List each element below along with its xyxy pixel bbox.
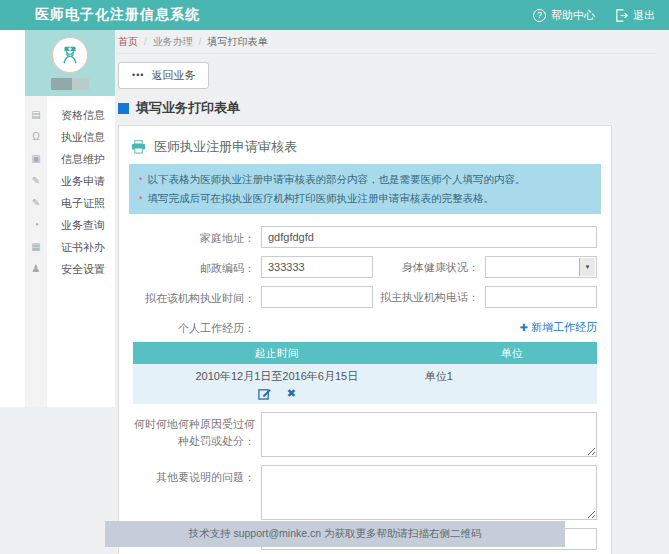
form-row-punishment: 何时何地何种原因受过何种处罚或处分： (133, 412, 597, 457)
asterisk-icon: * (139, 194, 143, 204)
user-name-redacted (51, 78, 89, 90)
pie-chart-icon: ◔ (25, 220, 47, 230)
header-actions: ? 帮助中心 退出 (533, 8, 655, 23)
title-square-icon (118, 103, 129, 114)
home-address-label: 家庭地址： (133, 226, 261, 247)
health-status-label: 身体健康状况： (375, 256, 485, 278)
help-icon: ? (533, 9, 546, 22)
info-notice: *以下表格为医师执业注册申请审核表的部分内容，也是需要医师个人填写的内容。 *填… (129, 164, 601, 214)
table-row: 2010年12月1日至2016年6月15日 ✖ (133, 364, 597, 404)
add-work-experience-link[interactable]: ✚ 新增工作经历 (520, 316, 597, 335)
sidebar-item-business-query[interactable]: ◔ 业务查询 (25, 214, 115, 236)
practice-time-label: 拟在该机构执业时间： (133, 286, 261, 307)
period-cell: 2010年12月1日至2016年6月15日 ✖ (133, 364, 421, 404)
edit-icon[interactable] (258, 387, 271, 400)
sidebar-item-label: 执业信息 (47, 130, 105, 145)
notice-line: *填写完成后可在拟执业医疗机构打印医师执业注册申请审核表的完整表格。 (139, 189, 591, 208)
printer-icon (131, 140, 146, 154)
user-panel (25, 30, 115, 96)
breadcrumb-home[interactable]: 首页 (118, 35, 138, 49)
support-text: 技术支持 support@minke.cn 为获取更多帮助请扫描右侧二维码 (188, 527, 481, 541)
health-status-select[interactable]: ▼ (485, 256, 597, 278)
help-center-label: 帮助中心 (551, 8, 595, 23)
sidebar-item-label: 业务申请 (47, 174, 105, 189)
form-card-title: 医师执业注册申请审核表 (127, 136, 603, 164)
delete-icon[interactable]: ✖ (287, 387, 296, 400)
headset-icon: Ω (25, 132, 47, 142)
breadcrumb-current: 填写打印表单 (208, 35, 268, 49)
app-footer: 技术支持 support@minke.cn 为获取更多帮助请扫描右侧二维码 (105, 521, 565, 547)
home-address-input[interactable] (261, 226, 597, 248)
id-card-icon: ▣ (25, 154, 47, 164)
back-to-business-button[interactable]: ••• 返回业务 (118, 62, 209, 89)
form-row-home-address: 家庭地址： (133, 226, 597, 248)
sidebar-item-info-maintenance[interactable]: ▣ 信息维护 (25, 148, 115, 170)
doctor-icon (59, 44, 81, 66)
breadcrumb-separator: / (199, 36, 202, 47)
sidebar-item-certificate-reissue[interactable]: ▦ 证书补办 (25, 236, 115, 258)
breadcrumb: 首页 / 业务办理 / 填写打印表单 (118, 30, 657, 54)
punishment-label: 何时何地何种原因受过何种处罚或处分： (133, 412, 261, 449)
edit-icon: ✎ (25, 176, 47, 186)
sidebar-item-label: 资格信息 (47, 108, 105, 123)
notice-line: *以下表格为医师执业注册申请审核表的部分内容，也是需要医师个人填写的内容。 (139, 170, 591, 189)
sidebar-item-label: 业务查询 (47, 218, 105, 233)
form-row-time-phone: 拟在该机构执业时间： 拟主执业机构电话： (133, 286, 597, 308)
postal-code-label: 邮政编码： (133, 256, 261, 277)
postal-code-input[interactable] (261, 256, 373, 278)
page-title: 填写业务打印表单 (118, 99, 657, 117)
sidebar-item-qualification-info[interactable]: ▤ 资格信息 (25, 104, 115, 126)
plus-icon: ✚ (520, 322, 528, 333)
back-button-label: 返回业务 (151, 68, 195, 83)
chevron-down-icon[interactable]: ▼ (579, 258, 595, 276)
logout-icon (615, 9, 628, 22)
punishment-textarea[interactable] (261, 412, 597, 457)
app-title: 医师电子化注册信息系统 (35, 6, 200, 24)
form-row-work-experience: 个人工作经历： ✚ 新增工作经历 (133, 316, 597, 337)
menu-dots-icon: ••• (132, 71, 144, 80)
user-icon: ♟ (25, 264, 47, 274)
app-window: 医师电子化注册信息系统 ? 帮助中心 退出 (0, 0, 669, 554)
other-notes-textarea[interactable] (261, 465, 597, 520)
help-center-link[interactable]: ? 帮助中心 (533, 8, 595, 23)
sidebar-item-label: 电子证照 (47, 196, 105, 211)
form-row-postal-health: 邮政编码： 身体健康状况： ▼ (133, 256, 597, 278)
sidebar-item-security-settings[interactable]: ♟ 安全设置 (25, 258, 115, 280)
unit-column-header: 单位 (421, 342, 597, 364)
app-header: 医师电子化注册信息系统 ? 帮助中心 退出 (0, 0, 669, 30)
sidebar-item-label: 证书补办 (47, 240, 105, 255)
document-icon: ▤ (25, 110, 47, 120)
breadcrumb-business-handling[interactable]: 业务办理 (153, 35, 193, 49)
table-header-row: 起止时间 单位 (133, 342, 597, 364)
sidebar: ▤ 资格信息 Ω 执业信息 ▣ 信息维护 ✎ 业务申请 ✎ 电子证照 ◔ 业务查… (0, 30, 115, 407)
main-content: 首页 / 业务办理 / 填写打印表单 ••• 返回业务 填写业务打印表单 医师执… (118, 30, 657, 554)
application-form: 家庭地址： 邮政编码： 身体健康状况： ▼ 拟在该机构执业时间 (127, 214, 603, 554)
unit-cell: 单位1 (421, 364, 597, 404)
sidebar-item-practice-info[interactable]: Ω 执业信息 (25, 126, 115, 148)
sidebar-menu: ▤ 资格信息 Ω 执业信息 ▣ 信息维护 ✎ 业务申请 ✎ 电子证照 ◔ 业务查… (25, 96, 115, 407)
logout-label: 退出 (633, 8, 655, 23)
work-experience-label: 个人工作经历： (133, 316, 261, 337)
asterisk-icon: * (139, 175, 143, 185)
main-org-phone-input[interactable] (485, 286, 597, 308)
main-org-phone-label: 拟主执业机构电话： (375, 286, 485, 308)
avatar (52, 37, 88, 73)
row-actions: ✖ (137, 387, 417, 400)
sidebar-item-business-application[interactable]: ✎ 业务申请 (25, 170, 115, 192)
period-column-header: 起止时间 (133, 342, 421, 364)
edit-icon: ✎ (25, 198, 47, 208)
logout-link[interactable]: 退出 (615, 8, 655, 23)
form-row-other-notes: 其他要说明的问题： (133, 465, 597, 520)
sidebar-item-label: 信息维护 (47, 152, 105, 167)
practice-time-input[interactable] (261, 286, 373, 308)
form-card: 医师执业注册申请审核表 *以下表格为医师执业注册申请审核表的部分内容，也是需要医… (118, 125, 612, 554)
sidebar-item-label: 安全设置 (47, 262, 105, 277)
period-value: 2010年12月1日至2016年6月15日 (137, 369, 417, 384)
breadcrumb-separator: / (144, 36, 147, 47)
work-experience-table: 起止时间 单位 2010年12月1日至2016年6月15日 (133, 342, 597, 404)
other-notes-label: 其他要说明的问题： (133, 465, 261, 486)
save-icon: ▦ (25, 242, 47, 252)
sidebar-item-e-certificate[interactable]: ✎ 电子证照 (25, 192, 115, 214)
